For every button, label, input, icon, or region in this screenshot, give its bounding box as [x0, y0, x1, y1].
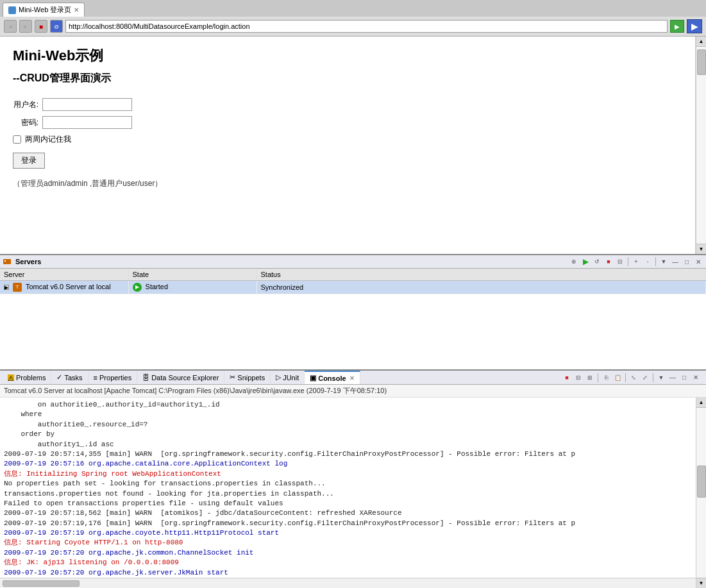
server-icon: T [13, 283, 22, 292]
tab-properties[interactable]: ≡ Properties [88, 372, 138, 383]
go-button[interactable]: ▶ [670, 20, 684, 33]
servers-toolbar-btn3[interactable]: ↺ [592, 256, 602, 267]
console-btn3[interactable]: ⊞ [585, 373, 595, 383]
tab-properties-label: Properties [99, 374, 131, 382]
servers-menu-btn[interactable]: ▼ [659, 256, 669, 267]
servers-start-btn[interactable]: ▶ [580, 256, 591, 267]
tasks-icon: ✓ [56, 373, 62, 382]
svg-rect-0 [3, 259, 11, 264]
servers-col-status: Status [256, 269, 706, 281]
servers-toolbar: ⊕ ▶ ↺ ■ ⊟ + - ▼ — □ ✕ [569, 256, 703, 267]
browser-button[interactable]: ▶ [687, 19, 702, 33]
page-title: Mini-Web示例 [13, 46, 682, 65]
forward-button[interactable]: ► [19, 20, 32, 33]
console-body: on authoritie0_.authority_id=authority1_… [0, 398, 706, 588]
table-row[interactable]: ▶ T Tomcat v6.0 Server at local ▶ Starte… [0, 281, 706, 294]
tab-datasource[interactable]: 🗄 Data Source Explorer [137, 372, 224, 383]
junit-icon: ▷ [276, 373, 281, 382]
console-close-btn[interactable]: ✕ [691, 373, 701, 383]
server-state-cell: ▶ Started [128, 281, 256, 294]
page-scrollbar[interactable]: ▲ ▼ [696, 37, 706, 254]
tab-datasource-label: Data Source Explorer [151, 374, 219, 382]
console-minimize-btn[interactable]: — [668, 373, 678, 383]
password-input[interactable] [42, 116, 132, 129]
page-content: Mini-Web示例 --CRUD管理界面演示 用户名: 密码: 两周内记住我 … [0, 37, 696, 254]
console-copy-btn[interactable]: ⎘ [601, 373, 611, 383]
browser-chrome: Mini-Web 登录页 ✕ ◄ ► ■ @ ▶ ▶ [0, 0, 706, 37]
console-content: on authoritie0_.authority_id=authority1_… [0, 398, 696, 588]
console-scroll-track[interactable] [696, 408, 706, 578]
favicon-icon: @ [50, 20, 63, 33]
scroll-thumb[interactable] [697, 49, 706, 75]
console-vscrollbar[interactable]: ▲ ▼ [696, 398, 706, 588]
stop-button[interactable]: ■ [35, 20, 47, 33]
console-paste-btn[interactable]: 📋 [612, 373, 623, 383]
console-tab-close[interactable]: ✕ [349, 375, 355, 382]
console-scroll-thumb[interactable] [697, 466, 706, 498]
tab-junit-label: JUnit [283, 374, 299, 382]
console-hscrollbar[interactable] [0, 578, 696, 588]
remember-row: 两周内记住我 [13, 134, 682, 145]
scroll-up-btn[interactable]: ▲ [696, 37, 706, 47]
remember-label: 两周内记住我 [25, 134, 71, 145]
username-row: 用户名: [13, 98, 682, 111]
scroll-track[interactable] [696, 47, 706, 244]
username-label: 用户名: [13, 99, 38, 110]
tab-close-btn[interactable]: ✕ [74, 6, 79, 13]
console-menu-btn[interactable]: ▼ [656, 373, 666, 383]
tab-bar: Mini-Web 登录页 ✕ [0, 0, 706, 17]
servers-col-state: State [128, 269, 256, 281]
row-expander[interactable]: ▶ [4, 285, 9, 290]
tab-tasks[interactable]: ✓ Tasks [51, 371, 88, 383]
console-tabs: ⚠ Problems ✓ Tasks ≡ Properties 🗄 Data S… [0, 371, 706, 385]
servers-toolbar-btn7[interactable]: - [643, 256, 653, 267]
console-stop-btn[interactable]: ■ [562, 373, 572, 383]
username-input[interactable] [42, 98, 132, 111]
servers-stop-btn[interactable]: ■ [603, 256, 614, 267]
scroll-down-btn[interactable]: ▼ [696, 244, 706, 254]
console-icon: ▣ [310, 374, 316, 382]
remember-checkbox[interactable] [13, 135, 21, 144]
login-button[interactable]: 登录 [13, 153, 45, 169]
servers-col-server: Server [0, 269, 128, 281]
console-clear-btn[interactable]: ⊟ [573, 373, 584, 383]
tab-console-label: Console [318, 374, 346, 382]
browser-tab[interactable]: Mini-Web 登录页 ✕ [3, 3, 85, 17]
servers-toolbar-btn5[interactable]: ⊟ [615, 256, 625, 267]
datasource-icon: 🗄 [142, 374, 149, 382]
console-scroll-up[interactable]: ▲ [696, 398, 706, 408]
password-label: 密码: [13, 117, 38, 128]
servers-close-btn[interactable]: ✕ [693, 256, 703, 267]
servers-toolbar-btn6[interactable]: + [631, 256, 641, 267]
tab-junit[interactable]: ▷ JUnit [271, 371, 305, 383]
tab-tasks-label: Tasks [64, 374, 82, 382]
servers-maximize-btn[interactable]: □ [682, 256, 692, 267]
console-btn6[interactable]: ⤡ [628, 373, 639, 383]
console-btn7[interactable]: ⤢ [640, 373, 650, 383]
tab-snippets[interactable]: ✂ Snippets [224, 371, 271, 383]
console-sep2 [625, 373, 626, 382]
back-button[interactable]: ◄ [4, 20, 17, 33]
servers-minimize-btn[interactable]: — [670, 256, 680, 267]
tab-problems[interactable]: ⚠ Problems [3, 372, 51, 383]
console-hscrollbar-thumb[interactable] [3, 580, 80, 587]
tab-console[interactable]: ▣ Console ✕ [305, 371, 360, 384]
console-scroll-down[interactable]: ▼ [696, 578, 706, 588]
servers-toolbar-btn1[interactable]: ⊕ [569, 256, 579, 267]
svg-rect-1 [4, 260, 6, 262]
toolbar-sep2 [655, 257, 656, 266]
address-input[interactable] [65, 20, 668, 33]
console-maximize-btn[interactable]: □ [679, 373, 689, 383]
started-icon: ▶ [133, 283, 142, 292]
console-output[interactable]: on authoritie0_.authority_id=authority1_… [0, 398, 696, 578]
servers-panel-title: Servers [15, 258, 566, 265]
server-state: Started [146, 283, 168, 290]
toolbar-sep1 [628, 257, 628, 266]
tab-label: Mini-Web 登录页 [19, 5, 71, 15]
hint-text: （管理员admin/admin ,普通用户user/user） [13, 178, 682, 189]
console-sep3 [653, 373, 653, 382]
servers-table: Server State Status ▶ T Tomcat v6.0 Serv… [0, 269, 706, 369]
tab-favicon [8, 6, 16, 14]
main-area: Mini-Web示例 --CRUD管理界面演示 用户名: 密码: 两周内记住我 … [0, 37, 706, 254]
properties-icon: ≡ [94, 374, 97, 382]
